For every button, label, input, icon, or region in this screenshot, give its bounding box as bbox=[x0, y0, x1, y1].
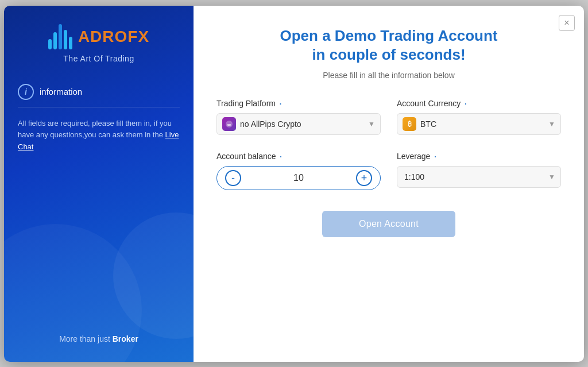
currency-group: Account Currency · ₿ BTC USD EUR ▼ bbox=[397, 98, 561, 135]
leverage-req-dot: · bbox=[434, 151, 436, 161]
info-section: i information All fields are required, p… bbox=[18, 84, 180, 153]
modal-title: Open a Demo Trading Account in couple of… bbox=[216, 26, 561, 65]
info-body: All fields are required, please fill the… bbox=[18, 118, 180, 153]
svg-text:∞: ∞ bbox=[227, 122, 231, 128]
brand-name: ADROFX bbox=[78, 28, 149, 46]
balance-value: 10 bbox=[248, 173, 349, 183]
balance-label: Account balance · bbox=[216, 151, 381, 161]
currency-icon: ₿ bbox=[403, 117, 416, 131]
platform-label: Trading Platform · bbox=[216, 98, 381, 109]
leverage-select-wrapper: 1:100 1:200 1:500 ▼ bbox=[397, 166, 561, 188]
brand-name-part1: ADRO bbox=[78, 28, 127, 45]
divider bbox=[18, 107, 180, 107]
balance-group: Account balance · - 10 + bbox=[216, 151, 381, 190]
balance-control: - 10 + bbox=[216, 166, 381, 190]
logo-icon bbox=[48, 24, 72, 49]
leverage-group: Leverage · 1:100 1:200 1:500 ▼ bbox=[397, 151, 561, 190]
currency-select-wrapper: ₿ BTC USD EUR ▼ bbox=[397, 113, 561, 135]
platform-icon: ∞ bbox=[222, 117, 236, 131]
bottom-tagline: More than just Broker bbox=[59, 334, 138, 348]
platform-select-wrapper: ∞ no AllPips Crypto ▼ bbox=[216, 113, 381, 135]
balance-req-dot: · bbox=[280, 151, 283, 161]
brand-name-part2: FX bbox=[127, 28, 149, 45]
currency-select[interactable]: BTC USD EUR bbox=[397, 113, 561, 135]
logo-area: ADROFX bbox=[48, 24, 149, 49]
close-button[interactable]: × bbox=[559, 15, 575, 31]
leverage-select[interactable]: 1:100 1:200 1:500 bbox=[397, 166, 561, 188]
left-panel: ADROFX The Art Of Trading i information … bbox=[4, 6, 194, 362]
leverage-label: Leverage · bbox=[397, 151, 561, 161]
brand-tagline: The Art Of Trading bbox=[63, 54, 134, 63]
platform-req-dot: · bbox=[279, 98, 282, 109]
form-row-1: Trading Platform · ∞ no AllPips Crypto ▼… bbox=[216, 98, 561, 135]
balance-decrement-button[interactable]: - bbox=[225, 170, 241, 186]
currency-req-dot: · bbox=[464, 98, 467, 109]
platform-select[interactable]: no AllPips Crypto bbox=[216, 113, 381, 135]
modal-subtitle: Please fill in all the information below bbox=[216, 71, 561, 80]
info-icon: i bbox=[18, 84, 34, 100]
platform-group: Trading Platform · ∞ no AllPips Crypto ▼ bbox=[216, 98, 381, 135]
currency-label: Account Currency · bbox=[397, 98, 561, 109]
open-account-button[interactable]: Open Account bbox=[322, 211, 455, 237]
form-row-2: Account balance · - 10 + Leverage · 1:10… bbox=[216, 151, 561, 190]
info-title: information bbox=[40, 87, 82, 96]
right-panel: × Open a Demo Trading Account in couple … bbox=[194, 6, 584, 362]
info-header: i information bbox=[18, 84, 180, 100]
balance-increment-button[interactable]: + bbox=[356, 170, 372, 186]
